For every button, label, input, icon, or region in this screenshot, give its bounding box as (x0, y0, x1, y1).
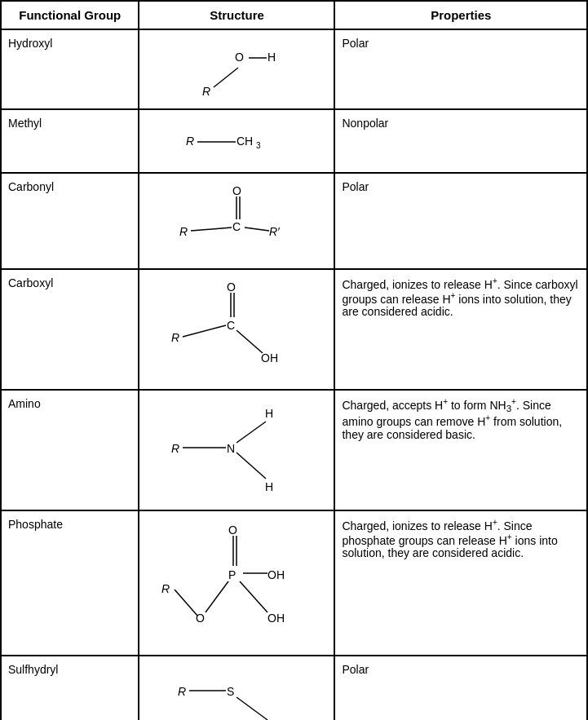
svg-text:O: O (196, 612, 205, 625)
table-row: Hydroxyl R O H Polar (1, 29, 587, 109)
svg-line-16 (245, 227, 269, 231)
table-row: Phosphate O P OH OH O R (1, 510, 587, 656)
group-name-methyl: Methyl (1, 109, 139, 173)
table-row: Carboxyl O C R OH (1, 269, 587, 390)
svg-line-48 (237, 697, 267, 720)
svg-text:R: R (202, 85, 210, 98)
svg-text:N: N (227, 442, 235, 455)
svg-line-23 (183, 325, 226, 337)
structure-sulfhydryl: R S H (139, 656, 334, 720)
svg-text:H: H (267, 51, 276, 64)
svg-text:OH: OH (267, 612, 285, 625)
svg-text:O: O (228, 523, 237, 537)
svg-text:R′: R′ (269, 225, 281, 238)
svg-text:O: O (235, 51, 244, 64)
svg-text:R: R (171, 442, 179, 455)
table-row: Carbonyl O C R R′ (1, 173, 587, 269)
group-name-hydroxyl: Hydroxyl (1, 29, 139, 109)
svg-line-3 (214, 68, 238, 87)
svg-text:R: R (179, 225, 188, 238)
properties-hydroxyl: Polar (334, 29, 587, 109)
svg-line-31 (237, 453, 266, 479)
svg-text:C: C (227, 319, 235, 332)
svg-text:OH: OH (261, 351, 278, 364)
svg-text:H: H (265, 407, 273, 420)
svg-text:OH: OH (267, 568, 285, 581)
group-name-carbonyl: Carbonyl (1, 173, 139, 269)
structure-amino: H N R H (139, 390, 334, 510)
svg-line-15 (191, 227, 232, 231)
properties-carbonyl: Polar (334, 173, 587, 269)
table-row: Methyl R CH 3 Nonpolar (1, 109, 587, 173)
svg-text:R: R (186, 135, 194, 148)
svg-text:H: H (265, 480, 273, 493)
svg-line-41 (240, 581, 267, 612)
svg-line-30 (237, 422, 266, 443)
properties-carboxyl: Charged, ionizes to release H+. Since ca… (334, 269, 587, 390)
header-functional-group: Functional Group (1, 1, 139, 29)
table-row: Amino H N R H (1, 390, 587, 510)
group-name-carboxyl: Carboxyl (1, 269, 139, 390)
structure-methyl: R CH 3 (139, 109, 334, 173)
table-row: Sulfhydryl R S H Polar (1, 656, 587, 720)
svg-text:P: P (228, 568, 236, 581)
properties-methyl: Nonpolar (334, 109, 587, 173)
properties-phosphate: Charged, ionizes to release H+. Since ph… (334, 510, 587, 656)
svg-text:R: R (161, 582, 170, 595)
properties-sulfhydryl: Polar (334, 656, 587, 720)
svg-line-42 (206, 581, 228, 612)
structure-phosphate: O P OH OH O R (139, 510, 334, 656)
svg-text:S: S (227, 685, 234, 698)
structure-hydroxyl: R O H (139, 29, 334, 109)
svg-text:R: R (171, 331, 179, 344)
header-properties: Properties (334, 1, 587, 29)
svg-line-24 (237, 330, 263, 353)
svg-text:O: O (232, 184, 241, 197)
properties-amino: Charged, accepts H+ to form NH3+. Since … (334, 390, 587, 510)
structure-carbonyl: O C R R′ (139, 173, 334, 269)
svg-text:O: O (227, 280, 236, 294)
group-name-phosphate: Phosphate (1, 510, 139, 656)
svg-text:CH: CH (237, 135, 253, 148)
svg-text:C: C (232, 220, 241, 233)
svg-text:R: R (178, 685, 186, 698)
structure-carboxyl: O C R OH (139, 269, 334, 390)
group-name-sulfhydryl: Sulfhydryl (1, 656, 139, 720)
svg-line-43 (175, 590, 197, 616)
svg-text:3: 3 (256, 141, 261, 150)
header-structure: Structure (139, 1, 334, 29)
group-name-amino: Amino (1, 390, 139, 510)
